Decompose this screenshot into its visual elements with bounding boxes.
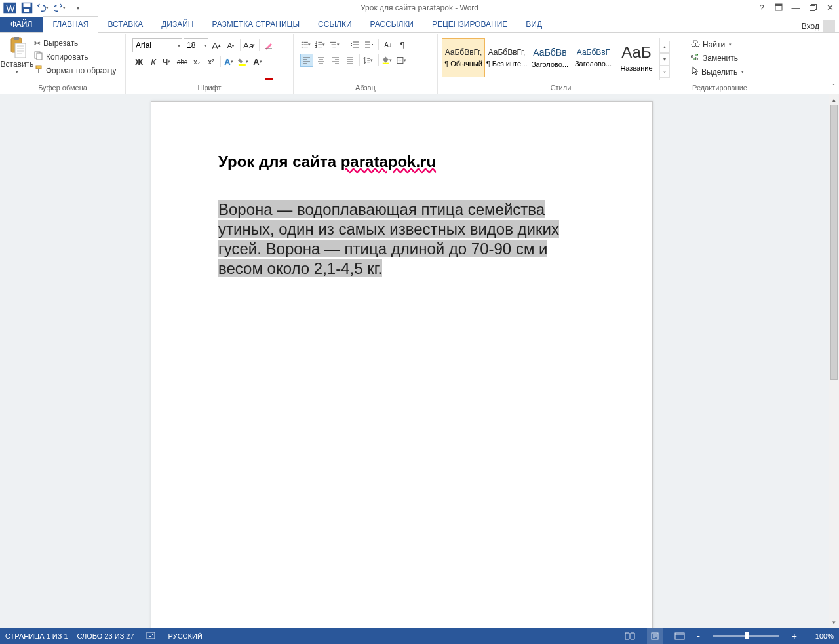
underline-button[interactable]: Ч▾ xyxy=(161,55,174,68)
styles-scroll-up-icon[interactable]: ▴ xyxy=(660,41,670,53)
style-no-spacing[interactable]: АаБбВвГг,¶ Без инте... xyxy=(485,38,528,77)
find-button[interactable]: Найти▾ xyxy=(691,38,745,50)
line-spacing-button[interactable]: ▾ xyxy=(362,54,376,67)
numbered-list-button[interactable]: 123▾ xyxy=(315,38,328,51)
web-layout-icon[interactable] xyxy=(672,628,688,644)
read-mode-icon[interactable] xyxy=(622,628,638,644)
style-title[interactable]: АаБНазвание xyxy=(615,38,658,77)
change-case-button[interactable]: Aa▾ xyxy=(243,39,256,52)
clear-formatting-button[interactable] xyxy=(262,39,275,52)
style-heading2[interactable]: АаБбВвГЗаголово... xyxy=(572,38,615,77)
svg-point-25 xyxy=(692,43,695,47)
word-app-icon[interactable]: W xyxy=(3,1,17,15)
copy-button[interactable]: Копировать xyxy=(34,50,117,63)
svg-rect-14 xyxy=(36,66,41,69)
styles-expand-icon[interactable]: ▿ xyxy=(660,66,670,78)
borders-button[interactable]: ▾ xyxy=(396,54,409,67)
paste-icon[interactable] xyxy=(7,37,27,59)
paintbrush-icon xyxy=(34,65,43,76)
bold-button[interactable]: Ж xyxy=(132,55,146,68)
sign-in[interactable]: Вход xyxy=(802,20,839,32)
bullet-list-button[interactable]: ▾ xyxy=(300,38,313,51)
font-color-button[interactable]: A▾ xyxy=(252,55,265,68)
superscript-button[interactable]: x² xyxy=(205,55,218,68)
document-canvas[interactable]: Урок для сайта paratapok.ru Ворона — вод… xyxy=(0,94,829,628)
cut-button[interactable]: ✂Вырезать xyxy=(34,37,117,49)
show-marks-button[interactable]: ¶ xyxy=(396,38,409,51)
page[interactable]: Урок для сайта paratapok.ru Ворона — вод… xyxy=(151,101,653,628)
minimize-icon[interactable]: — xyxy=(788,0,804,14)
format-painter-button[interactable]: Формат по образцу xyxy=(34,64,117,77)
svg-text:a: a xyxy=(691,54,693,58)
svg-text:W: W xyxy=(7,4,15,14)
spell-check-icon[interactable] xyxy=(144,628,159,644)
italic-button[interactable]: К xyxy=(147,55,160,68)
status-language[interactable]: РУССКИЙ xyxy=(168,632,203,640)
undo-dropdown-icon[interactable]: ▾ xyxy=(45,5,51,10)
paste-dropdown-icon[interactable]: ▾ xyxy=(16,69,18,75)
document-heading[interactable]: Урок для сайта paratapok.ru xyxy=(218,153,585,171)
grow-font-button[interactable]: A▴ xyxy=(210,39,223,52)
status-words[interactable]: СЛОВО 23 ИЗ 27 xyxy=(77,632,134,640)
status-page[interactable]: СТРАНИЦА 1 ИЗ 1 xyxy=(5,632,68,640)
print-layout-icon[interactable] xyxy=(647,628,663,644)
zoom-slider-knob[interactable] xyxy=(745,632,749,639)
restore-icon[interactable] xyxy=(805,0,821,14)
redo-button[interactable]: ▾ xyxy=(54,1,68,15)
qat-customize-icon[interactable]: ▾ xyxy=(71,1,85,15)
styles-scroll-down-icon[interactable]: ▾ xyxy=(660,53,670,66)
zoom-in-button[interactable]: + xyxy=(792,631,797,641)
increase-indent-button[interactable] xyxy=(362,38,376,51)
font-size-combo[interactable]: 18▾ xyxy=(184,38,208,52)
svg-rect-15 xyxy=(38,69,39,73)
svg-point-26 xyxy=(695,43,699,47)
tab-home[interactable]: ГЛАВНАЯ xyxy=(43,16,98,33)
zoom-out-button[interactable]: - xyxy=(697,631,700,641)
collapse-ribbon-icon[interactable]: ˆ xyxy=(832,83,835,92)
highlight-button[interactable]: ▾ xyxy=(238,55,251,68)
multilevel-list-button[interactable]: ▾ xyxy=(329,38,342,51)
replace-button[interactable]: abЗаменить xyxy=(691,52,745,64)
undo-button[interactable]: ▾ xyxy=(37,1,51,15)
zoom-slider[interactable] xyxy=(713,635,779,637)
tab-view[interactable]: ВИД xyxy=(517,17,551,32)
shading-button[interactable]: ▾ xyxy=(381,54,395,67)
zoom-level[interactable]: 100% xyxy=(806,632,834,640)
tab-mailings[interactable]: РАССЫЛКИ xyxy=(361,17,423,32)
font-name-combo[interactable]: Arial▾ xyxy=(132,38,182,52)
ribbon-display-options-icon[interactable] xyxy=(771,0,787,14)
save-icon[interactable] xyxy=(20,1,34,15)
close-icon[interactable]: ✕ xyxy=(822,0,838,14)
copy-icon xyxy=(34,51,43,62)
scroll-down-icon[interactable]: ▾ xyxy=(829,617,839,628)
style-normal[interactable]: АаБбВвГг,¶ Обычный xyxy=(442,38,485,77)
svg-rect-8 xyxy=(810,5,815,10)
align-center-button[interactable] xyxy=(315,54,328,67)
style-heading1[interactable]: АаБбВвЗаголово... xyxy=(528,38,572,77)
tab-insert[interactable]: ВСТАВКА xyxy=(98,17,152,32)
justify-button[interactable] xyxy=(343,54,357,67)
align-left-button[interactable] xyxy=(300,54,313,67)
decrease-indent-button[interactable] xyxy=(348,38,361,51)
document-body[interactable]: Ворона — водоплавающая птица семейства у… xyxy=(218,200,585,278)
help-icon[interactable]: ? xyxy=(754,0,770,14)
shrink-font-button[interactable]: A▾ xyxy=(224,39,237,52)
scroll-up-icon[interactable]: ▴ xyxy=(829,94,839,105)
tab-file[interactable]: ФАЙЛ xyxy=(0,17,43,32)
select-button[interactable]: Выделить▾ xyxy=(691,66,745,78)
tab-review[interactable]: РЕЦЕНЗИРОВАНИЕ xyxy=(423,17,517,32)
strikethrough-button[interactable]: abc xyxy=(176,55,189,68)
subscript-button[interactable]: x₂ xyxy=(190,55,203,68)
paste-button[interactable]: Вставить xyxy=(1,60,34,69)
text-effects-button[interactable]: A▾ xyxy=(224,55,237,68)
sort-button[interactable]: A↓ xyxy=(381,38,395,51)
tab-design[interactable]: ДИЗАЙН xyxy=(152,17,203,32)
tab-page-layout[interactable]: РАЗМЕТКА СТРАНИЦЫ xyxy=(203,17,309,32)
align-right-button[interactable] xyxy=(329,54,342,67)
tab-references[interactable]: ССЫЛКИ xyxy=(309,17,361,32)
redo-dropdown-icon[interactable]: ▾ xyxy=(62,5,68,10)
scroll-thumb[interactable] xyxy=(830,105,838,380)
group-clipboard-label: Буфер обмена xyxy=(3,83,123,94)
avatar-icon xyxy=(823,20,835,32)
vertical-scrollbar[interactable]: ▴ ▾ xyxy=(829,94,839,628)
